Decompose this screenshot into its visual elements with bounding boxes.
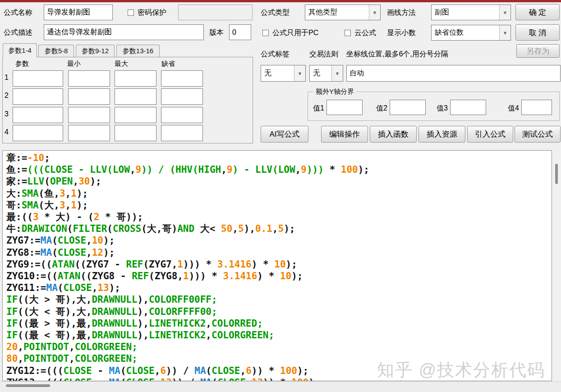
version-label: 版本	[209, 28, 224, 37]
code-line: 大:SMA(鱼,3,1);	[6, 188, 543, 199]
tab-params-5-8[interactable]: 参数5-8	[38, 45, 74, 57]
code-line: 章:=-10;	[6, 152, 543, 164]
formula-type-label: 公式类型	[261, 8, 290, 18]
param-row-number: 2	[5, 92, 9, 100]
formula-tag-label: 公式标签	[261, 50, 290, 59]
code-line: ZYG10:=((ATAN((ZYG8 - REF(ZYG8,1))) * 3.…	[6, 270, 543, 282]
param-input-r1c2[interactable]	[68, 70, 110, 87]
value2-input[interactable]	[390, 100, 426, 115]
param-col-header: 参数	[15, 60, 29, 68]
param-input-r3c2[interactable]	[68, 107, 110, 123]
code-line: ZYG7:=MA(CLOSE,10);	[6, 235, 543, 246]
param-input-r4c4[interactable]	[161, 125, 203, 141]
draw-method-label: 画线方法	[387, 8, 416, 18]
code-line: 最:((3 * 大) - (2 * 哥));	[6, 211, 543, 223]
min-col-header: 最小	[67, 60, 81, 68]
coord-line-input[interactable]	[346, 65, 561, 82]
chevron-down-icon[interactable]: ▼	[369, 5, 380, 20]
param-input-r2c3[interactable]	[115, 88, 156, 105]
tab-params-13-16[interactable]: 参数13-16	[116, 45, 160, 57]
vertical-scrollbar-thumb[interactable]	[555, 164, 558, 184]
value1-input[interactable]	[326, 100, 363, 115]
password-protect-checkbox[interactable]	[128, 9, 134, 16]
code-line: IF((大 < 哥),大,DRAWNULL),COLORFFFF00;	[6, 306, 543, 318]
value2-label: 值2	[376, 104, 387, 113]
decimal-select[interactable]: 缺省位数▼	[431, 25, 511, 41]
value3-label: 值3	[437, 104, 448, 113]
param-row-number: 4	[5, 128, 9, 136]
param-input-r1c1[interactable]	[13, 70, 63, 87]
formula-type-select[interactable]: 其他类型▼	[305, 5, 381, 20]
password-input	[178, 5, 253, 20]
code-area[interactable]: 章:=-10;鱼:=(((CLOSE - LLV(LOW,9)) / (HHV(…	[6, 152, 543, 381]
code-line: ZYG8:=MA(CLOSE,12);	[6, 247, 543, 258]
horizontal-scrollbar[interactable]	[0, 381, 561, 392]
decimal-label: 显示小数	[387, 28, 416, 38]
title-bar-strip	[0, 0, 561, 2]
cloud-formula-label: 云公式	[354, 28, 376, 38]
insert-resource-button[interactable]: 插入资源	[418, 126, 465, 143]
code-line: 鱼:=(((CLOSE - LLV(LOW,9)) / (HHV(HIGH,9)…	[6, 164, 543, 175]
formula-name-input[interactable]	[44, 5, 113, 20]
chevron-down-icon[interactable]: ▼	[499, 25, 510, 40]
default-col-header: 缺省	[161, 60, 175, 68]
cloud-formula-checkbox[interactable]	[345, 30, 351, 36]
tab-params-9-12[interactable]: 参数9-12	[76, 45, 115, 57]
param-input-r4c1[interactable]	[13, 125, 63, 141]
value3-input[interactable]	[450, 100, 486, 115]
value4-label: 值4	[508, 104, 519, 113]
chevron-down-icon[interactable]: ▼	[294, 65, 305, 81]
ok-button[interactable]: 确 定	[515, 4, 560, 20]
param-input-r2c4[interactable]	[161, 88, 203, 105]
formula-name-label: 公式名称	[4, 8, 32, 18]
coord-line-label: 坐标线位置,最多6个,用分号分隔	[346, 50, 448, 59]
cancel-button[interactable]: 取 消	[515, 24, 560, 41]
value1-label: 值1	[313, 104, 324, 113]
max-col-header: 最大	[115, 60, 128, 68]
test-formula-button[interactable]: 测试公式	[515, 126, 561, 143]
code-line: IF((最 > 哥),最,DRAWNULL),LINETHICK2,COLORR…	[6, 318, 543, 329]
version-input[interactable]	[229, 24, 251, 40]
param-row-number: 1	[5, 74, 9, 82]
param-input-r4c3[interactable]	[115, 125, 156, 141]
param-input-r2c2[interactable]	[68, 88, 110, 105]
edit-ops-button[interactable]: 编辑操作	[321, 126, 368, 143]
param-input-r1c4[interactable]	[161, 70, 203, 87]
param-input-r2c1[interactable]	[13, 88, 63, 105]
horizontal-scrollbar-thumb[interactable]	[6, 384, 50, 387]
formula-desc-input[interactable]	[44, 24, 204, 40]
trade-rule-label: 交易法则	[309, 50, 338, 59]
param-input-r3c3[interactable]	[115, 107, 156, 123]
password-protect-label: 密码保护	[138, 8, 166, 18]
extra-y-axis-label: 额外Y轴分界	[313, 88, 356, 96]
code-line: ZYG9:=((ATAN((ZYG7 - REF(ZYG7,1))) * 3.1…	[6, 258, 543, 270]
tab-params-1-4[interactable]: 参数1-4	[3, 43, 37, 57]
code-line: ZYG11:=MA(CLOSE,13);	[6, 282, 543, 294]
param-input-r1c3[interactable]	[115, 70, 156, 87]
value4-input[interactable]	[521, 100, 552, 115]
draw-method-select[interactable]: 副图▼	[431, 5, 511, 20]
code-line: 20,POINTDOT,COLORGREEN;	[6, 341, 543, 353]
pc-only-label: 公式只用于PC	[272, 28, 318, 38]
chevron-down-icon[interactable]: ▼	[331, 65, 343, 81]
param-input-r4c2[interactable]	[68, 125, 110, 141]
code-line: 牛:DRAWICON(FILTER(CROSS(大,哥)AND 大< 50,5)…	[6, 223, 543, 235]
trade-rule-select[interactable]: 无▼	[309, 65, 343, 82]
formula-tag-select[interactable]: 无▼	[261, 65, 306, 82]
import-formula-button[interactable]: 引入公式	[467, 126, 513, 143]
param-input-r3c1[interactable]	[13, 107, 63, 123]
watermark: 知乎 @技术分析代码	[377, 359, 545, 381]
insert-function-button[interactable]: 插入函数	[370, 126, 417, 143]
formula-editor-dialog: 公式名称 密码保护 公式描述 版本 参数1-4 参数5-8 参数9-12 参数1…	[0, 0, 561, 392]
pc-only-checkbox[interactable]	[262, 30, 269, 36]
save-as-button[interactable]: 另存为	[516, 44, 560, 58]
ai-write-formula-button[interactable]: AI写公式	[261, 126, 308, 143]
code-line: 家:=LLV(OPEN,30);	[6, 175, 543, 187]
code-line: 哥:SMA(大,3,1);	[6, 199, 543, 211]
param-row-number: 3	[5, 110, 9, 118]
code-line: IF((最 < 哥),最,DRAWNULL),LINETHICK2,COLORG…	[6, 329, 543, 341]
param-input-r3c4[interactable]	[161, 107, 203, 123]
vertical-scrollbar[interactable]	[552, 150, 561, 381]
chevron-down-icon[interactable]: ▼	[499, 5, 510, 20]
code-editor[interactable]: 章:=-10;鱼:=(((CLOSE - LLV(LOW,9)) / (HHV(…	[2, 150, 552, 381]
